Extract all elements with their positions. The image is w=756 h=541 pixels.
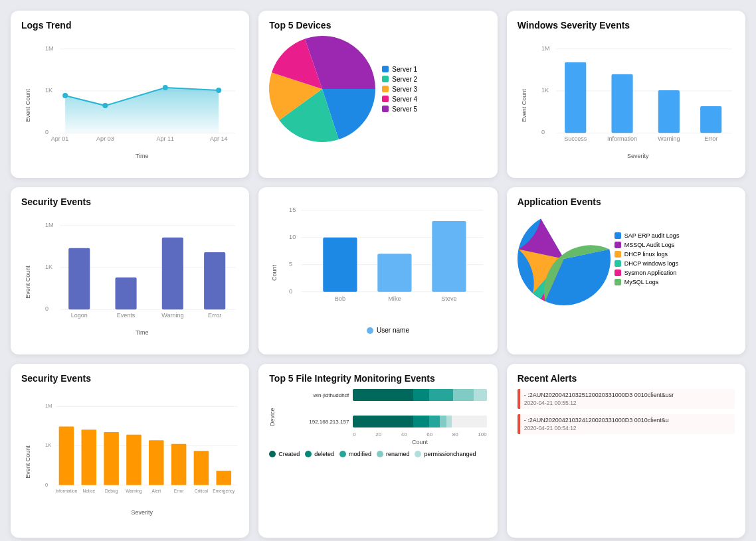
svg-text:1K: 1K — [45, 443, 51, 449]
svg-text:1K: 1K — [541, 87, 549, 94]
svg-rect-24 — [700, 106, 721, 133]
dashboard: Logs Trend Event Count 1M 1K 0 — [11, 11, 745, 538]
logs-trend-card: Logs Trend Event Count 1M 1K 0 — [11, 11, 249, 178]
svg-text:10: 10 — [289, 234, 296, 240]
legend-server5: Server 5 — [382, 106, 486, 113]
svg-text:Error: Error — [174, 489, 184, 493]
file-integrity-title: Top 5 File Integrity Monitoring Events — [269, 373, 486, 384]
device-bar-2 — [353, 416, 486, 427]
file-integrity-legend: Created deleted modified renamed permiss… — [269, 451, 486, 457]
svg-point-9 — [163, 85, 168, 90]
svg-text:Events: Events — [117, 312, 136, 319]
svg-text:Critical: Critical — [195, 489, 209, 493]
user-events-y-label: Count — [271, 265, 278, 281]
alert-text-2: - :2AUN202004210324120020331000D3 0010cl… — [524, 417, 731, 424]
app-events-card: Application Events — [507, 187, 745, 354]
svg-rect-64 — [82, 429, 97, 485]
svg-text:Warning: Warning — [658, 135, 680, 142]
security-events-top-chart: 1M 1K 0 Logon Events Warning Error — [45, 212, 238, 325]
fi-legend-created: Created — [269, 451, 300, 457]
svg-rect-35 — [68, 248, 90, 309]
legend-server4: Server 4 — [382, 96, 486, 103]
fi-legend-renamed: renamed — [377, 451, 410, 457]
svg-text:1M: 1M — [45, 222, 54, 228]
legend-server1: Server 1 — [382, 66, 486, 73]
app-events-title: Application Events — [518, 196, 735, 207]
svg-rect-37 — [162, 238, 183, 309]
legend-server3: Server 3 — [382, 86, 486, 93]
svg-text:Information: Information — [56, 489, 78, 493]
svg-rect-63 — [59, 426, 74, 485]
svg-rect-70 — [216, 471, 231, 485]
security-events-bottom-x-label: Severity — [45, 509, 238, 516]
recent-alerts-title: Recent Alerts — [518, 373, 735, 384]
logs-trend-chart: 1M 1K 0 — [45, 36, 238, 149]
top5-devices-title: Top 5 Devices — [269, 20, 486, 31]
fi-legend-deleted: deleted — [305, 451, 334, 457]
svg-text:15: 15 — [289, 206, 296, 213]
user-events-card: Count 15 10 5 0 Bob Mike Steve — [258, 187, 497, 354]
app-events-pie — [518, 212, 611, 305]
top5-devices-pie — [269, 36, 375, 142]
svg-text:Emergency: Emergency — [213, 489, 235, 494]
security-events-top-x-label: Time — [45, 329, 238, 336]
svg-rect-21 — [565, 62, 586, 133]
svg-text:1K: 1K — [45, 87, 52, 94]
svg-point-8 — [102, 103, 108, 108]
svg-text:1M: 1M — [541, 45, 550, 52]
user-events-chart: 15 10 5 0 Bob Mike Steve — [289, 196, 486, 323]
svg-text:Error: Error — [704, 135, 717, 142]
svg-rect-36 — [115, 277, 136, 309]
svg-rect-53 — [432, 221, 466, 292]
svg-text:Warning: Warning — [126, 489, 142, 494]
alert-item-1: - :2AUN202004210325120020331000D3 0010cl… — [518, 389, 735, 409]
logs-trend-y-label: Event Count — [25, 89, 31, 122]
svg-text:Apr 14: Apr 14 — [210, 135, 228, 142]
security-events-top-title: Security Events — [21, 196, 238, 207]
svg-text:0: 0 — [45, 482, 48, 488]
app-events-legend: SAP ERP audit Logs MSSQL Audit Logs DHCP… — [614, 232, 735, 285]
file-integrity-card: Top 5 File Integrity Monitoring Events D… — [258, 364, 497, 538]
security-events-top-card: Security Events Event Count 1M 1K 0 Logo… — [11, 187, 249, 354]
svg-rect-51 — [324, 238, 357, 292]
security-events-bottom-y-label: Event Count — [25, 445, 31, 479]
alert-time-2: 2020-04-21 00:54:12 — [524, 425, 731, 431]
svg-text:1M: 1M — [45, 45, 54, 52]
logs-trend-x-label: Time — [45, 153, 238, 159]
legend-server2: Server 2 — [382, 76, 486, 83]
svg-rect-67 — [149, 440, 164, 485]
svg-text:Steve: Steve — [441, 295, 457, 302]
svg-text:1M: 1M — [45, 403, 52, 409]
svg-text:Apr 11: Apr 11 — [157, 135, 175, 142]
svg-text:Success: Success — [564, 135, 587, 142]
svg-text:Bob: Bob — [335, 295, 345, 302]
windows-severity-x-label: Severity — [541, 153, 735, 159]
top5-devices-legend: Server 1 Server 2 Server 3 Server 4 Serv… — [382, 66, 486, 113]
user-events-x-label: User name — [377, 327, 409, 334]
file-integrity-row-1: win-jldthuddhdf — [280, 389, 486, 401]
svg-point-10 — [216, 88, 221, 93]
top5-devices-card: Top 5 Devices Server 1 — [258, 11, 497, 178]
fi-legend-permissionchanged: permissionchanged — [415, 451, 476, 457]
device-label-1: win-jldthuddhdf — [280, 392, 353, 398]
svg-rect-52 — [378, 254, 412, 291]
svg-text:Apr 03: Apr 03 — [96, 135, 114, 142]
svg-point-7 — [62, 93, 68, 98]
svg-text:Alert: Alert — [152, 489, 161, 493]
security-events-bottom-card: Security Events Event Count 1M 1K 0 — [11, 364, 249, 538]
windows-severity-y-label: Event Count — [521, 89, 527, 122]
svg-text:Error: Error — [208, 312, 221, 319]
legend-dhcp-linux: DHCP linux logs — [614, 251, 735, 258]
svg-rect-69 — [194, 451, 209, 485]
svg-text:5: 5 — [289, 261, 292, 268]
svg-text:Information: Information — [607, 135, 637, 142]
legend-mysql: MySQL Logs — [614, 279, 735, 285]
legend-dhcp-win: DHCP windows logs — [614, 260, 735, 267]
svg-rect-66 — [126, 435, 142, 485]
fi-legend-modified: modified — [339, 451, 371, 457]
alert-time-1: 2020-04-21 00:55:12 — [524, 400, 731, 406]
security-events-bottom-title: Security Events — [21, 373, 238, 384]
legend-mssql: MSSQL Audit Logs — [614, 242, 735, 248]
windows-severity-card: Windows Severity Events Event Count 1M 1… — [507, 11, 745, 178]
windows-severity-title: Windows Severity Events — [518, 20, 735, 31]
